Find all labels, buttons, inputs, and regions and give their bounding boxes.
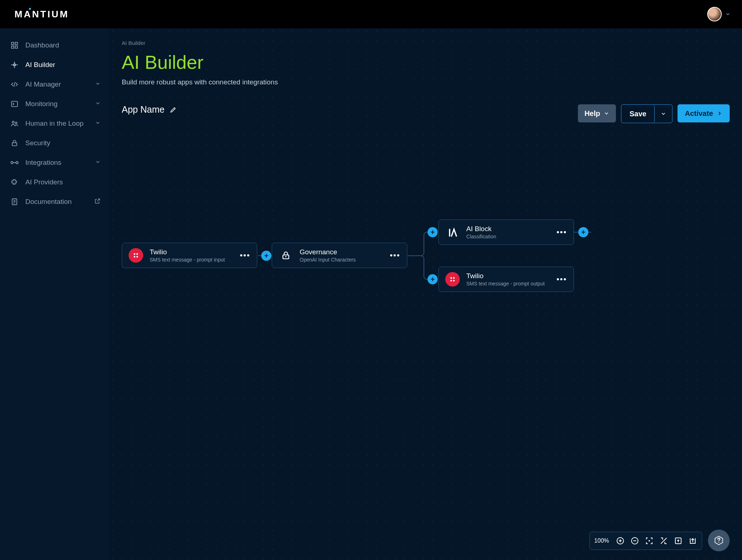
svg-point-16 — [136, 253, 138, 255]
svg-point-17 — [134, 256, 136, 258]
node-title: Twilio — [466, 272, 550, 280]
sidebar-item-ai-builder[interactable]: AI Builder — [0, 55, 109, 75]
svg-point-21 — [450, 277, 452, 279]
sidebar: Dashboard AI Builder AI Manager Monitori… — [0, 28, 109, 560]
zoom-out-icon[interactable] — [630, 536, 639, 546]
svg-point-18 — [136, 256, 138, 258]
node-governance[interactable]: Governance OpenAI Input Characters ••• — [272, 243, 407, 268]
sidebar-item-ai-manager[interactable]: AI Manager — [0, 75, 109, 94]
sidebar-item-documentation[interactable]: Documentation — [0, 192, 109, 212]
sidebar-item-label: Monitoring — [25, 100, 58, 108]
node-more-menu[interactable]: ••• — [556, 275, 567, 284]
svg-rect-8 — [12, 143, 17, 146]
sidebar-item-label: AI Builder — [25, 61, 55, 69]
zoom-toolbar: 100% — [589, 532, 702, 550]
node-more-menu[interactable]: ••• — [556, 227, 567, 237]
svg-point-20 — [285, 256, 287, 258]
chevron-down-icon — [95, 120, 101, 128]
user-menu[interactable] — [707, 7, 730, 21]
svg-point-6 — [12, 121, 14, 124]
main-canvas-area: AI Builder AI Builder Build more robust … — [109, 28, 742, 560]
export-icon[interactable] — [688, 536, 697, 546]
add-connection[interactable]: + — [428, 274, 438, 284]
target-icon — [10, 60, 19, 69]
add-connection[interactable]: + — [428, 227, 438, 237]
sidebar-item-dashboard[interactable]: Dashboard — [0, 35, 109, 55]
link-icon — [10, 158, 19, 167]
add-connection[interactable]: + — [261, 251, 271, 261]
node-twilio-output[interactable]: Twilio SMS text message - prompt output … — [438, 267, 574, 292]
center-icon[interactable] — [645, 536, 654, 546]
svg-point-27 — [649, 540, 650, 542]
svg-rect-5 — [12, 101, 18, 107]
svg-point-29 — [718, 542, 719, 543]
svg-point-23 — [450, 280, 452, 281]
twilio-icon — [129, 248, 143, 263]
avatar — [707, 7, 722, 21]
lock-icon — [10, 139, 19, 147]
add-connection[interactable]: + — [578, 227, 588, 237]
ai-block-icon — [445, 225, 460, 239]
terminal-icon — [10, 100, 19, 108]
people-icon — [10, 119, 19, 128]
help-fab[interactable] — [708, 530, 730, 551]
puzzle-icon — [10, 178, 19, 187]
grid-icon — [10, 41, 19, 50]
node-twilio-input[interactable]: Twilio SMS text message - prompt input •… — [122, 243, 257, 268]
app-header: MANTIUM — [0, 0, 742, 28]
sidebar-item-label: Integrations — [25, 159, 61, 167]
svg-rect-2 — [12, 46, 14, 48]
sidebar-item-security[interactable]: Security — [0, 133, 109, 153]
node-ai-block[interactable]: AI Block Classification ••• — [438, 220, 574, 245]
sidebar-item-label: Dashboard — [25, 41, 59, 49]
chevron-down-icon — [95, 100, 101, 108]
svg-point-10 — [16, 162, 18, 164]
fullscreen-icon[interactable] — [659, 536, 668, 546]
node-subtitle: Classification — [466, 234, 550, 239]
node-more-menu[interactable]: ••• — [390, 251, 400, 260]
sidebar-item-label: AI Manager — [25, 80, 61, 88]
node-subtitle: SMS text message - prompt input — [150, 257, 233, 263]
zoom-level: 100% — [594, 538, 610, 544]
sidebar-item-integrations[interactable]: Integrations — [0, 153, 109, 172]
canvas-wires — [109, 28, 742, 560]
node-subtitle: OpenAI Input Characters — [300, 257, 383, 263]
code-icon — [10, 80, 19, 89]
svg-point-9 — [11, 162, 13, 164]
svg-point-24 — [453, 280, 455, 281]
node-title: Twilio — [150, 248, 233, 256]
svg-rect-0 — [12, 42, 14, 45]
import-icon[interactable] — [674, 536, 683, 546]
chevron-down-icon — [725, 12, 730, 17]
node-subtitle: SMS text message - prompt output — [466, 281, 550, 287]
sidebar-item-ai-providers[interactable]: AI Providers — [0, 172, 109, 192]
chevron-down-icon — [95, 159, 101, 167]
sidebar-item-label: Human in the Loop — [25, 120, 84, 128]
svg-point-7 — [15, 122, 17, 124]
svg-rect-1 — [15, 42, 17, 45]
brand-logo: MANTIUM — [14, 9, 69, 20]
document-icon — [10, 197, 19, 206]
svg-point-4 — [13, 64, 16, 66]
svg-point-22 — [453, 277, 455, 279]
svg-rect-3 — [15, 46, 17, 48]
sidebar-item-label: Documentation — [25, 198, 72, 206]
question-icon — [714, 535, 724, 546]
node-title: Governance — [300, 248, 383, 256]
external-link-icon — [94, 198, 101, 206]
sidebar-item-human-in-the-loop[interactable]: Human in the Loop — [0, 114, 109, 133]
twilio-icon — [445, 272, 460, 287]
sidebar-item-label: AI Providers — [25, 178, 63, 186]
sidebar-item-label: Security — [25, 139, 50, 147]
lock-icon — [279, 248, 293, 263]
svg-point-15 — [134, 253, 136, 255]
node-title: AI Block — [466, 225, 550, 233]
node-more-menu[interactable]: ••• — [240, 251, 250, 260]
zoom-in-icon[interactable] — [616, 536, 625, 546]
sidebar-item-monitoring[interactable]: Monitoring — [0, 94, 109, 114]
chevron-down-icon — [95, 80, 101, 88]
